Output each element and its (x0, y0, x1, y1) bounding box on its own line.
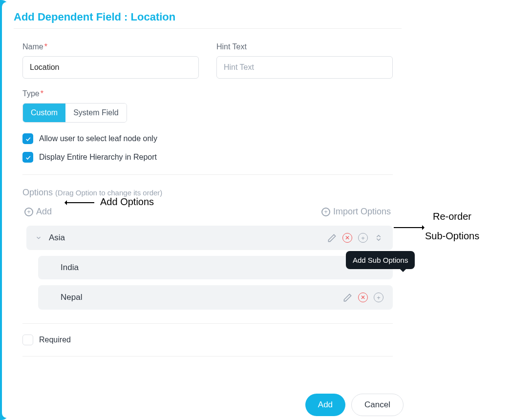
type-label-text: Type (22, 89, 40, 98)
hint-label: Hint Text (216, 42, 393, 51)
divider (22, 356, 393, 357)
tree-node-child: Nepal ✕ + (38, 285, 393, 310)
add-sub-icon[interactable]: + (373, 292, 384, 303)
delete-icon[interactable]: ✕ (358, 292, 368, 303)
required-label: Required (39, 336, 71, 344)
add-sub-options-tooltip: Add Sub Options (346, 251, 415, 269)
name-input[interactable] (22, 56, 199, 79)
edit-icon[interactable] (326, 232, 337, 243)
name-label-text: Name (22, 42, 43, 51)
accent-border (0, 0, 10, 420)
leaf-only-label: Allow user to select leaf node only (39, 134, 157, 143)
modal-frame: Add Dependent Field : Location Name* Hin… (0, 0, 532, 420)
options-heading: Options (Drag Option to change its order… (22, 188, 393, 198)
tree-node-label[interactable]: India (61, 263, 384, 273)
divider (22, 323, 393, 324)
node-actions: ✕ + (326, 232, 384, 243)
annotation-reorder-line2: Sub-Options (425, 231, 479, 242)
modal-footer: Add Cancel (10, 394, 407, 416)
edit-icon[interactable] (342, 292, 353, 303)
divider (22, 174, 393, 175)
options-heading-text: Options (22, 188, 53, 197)
plus-circle-icon: + (321, 208, 330, 216)
import-options-button[interactable]: + Import Options (321, 207, 391, 217)
type-toggle: Custom System Field (22, 103, 127, 123)
cancel-button[interactable]: Cancel (351, 394, 404, 416)
modal-title: Add Dependent Field : Location (14, 11, 402, 23)
tree-node-label[interactable]: Asia (49, 233, 326, 243)
name-label: Name* (22, 42, 199, 51)
annotation-arrow (394, 227, 424, 228)
import-options-label: Import Options (333, 207, 391, 217)
tree-node-label[interactable]: Nepal (61, 293, 342, 302)
tree-node-child: India (38, 256, 393, 279)
options-tree: Asia ✕ + (22, 226, 393, 310)
hint-input[interactable] (216, 56, 393, 79)
add-button[interactable]: Add (305, 394, 345, 416)
type-custom-button[interactable]: Custom (23, 104, 65, 122)
tree-node-parent: Asia ✕ + (26, 226, 393, 250)
leaf-only-checkbox[interactable] (22, 133, 33, 144)
delete-icon[interactable]: ✕ (342, 232, 353, 243)
required-mark: * (44, 42, 47, 51)
annotation-arrow (65, 202, 94, 203)
type-label: Type* (22, 89, 199, 98)
options-hint: (Drag Option to change its order) (55, 189, 162, 197)
type-system-button[interactable]: System Field (65, 104, 126, 122)
annotation-reorder-line1: Re-order (433, 211, 471, 222)
annotation-add-options: Add Options (100, 196, 154, 208)
divider (14, 28, 402, 29)
hierarchy-label: Display Entire Hierarchy in Report (39, 153, 157, 162)
hierarchy-checkbox[interactable] (22, 152, 33, 163)
check-icon (25, 136, 31, 142)
add-option-label: Add (36, 207, 52, 217)
node-actions: ✕ + (342, 292, 384, 303)
chevron-down-icon[interactable] (35, 234, 42, 241)
plus-circle-icon: + (24, 208, 33, 216)
add-sub-icon[interactable]: + (358, 232, 368, 243)
required-mark: * (41, 89, 43, 98)
check-icon (25, 154, 31, 161)
reorder-icon[interactable] (373, 232, 384, 243)
add-option-button[interactable]: + Add (24, 207, 52, 217)
required-checkbox[interactable] (22, 335, 33, 345)
